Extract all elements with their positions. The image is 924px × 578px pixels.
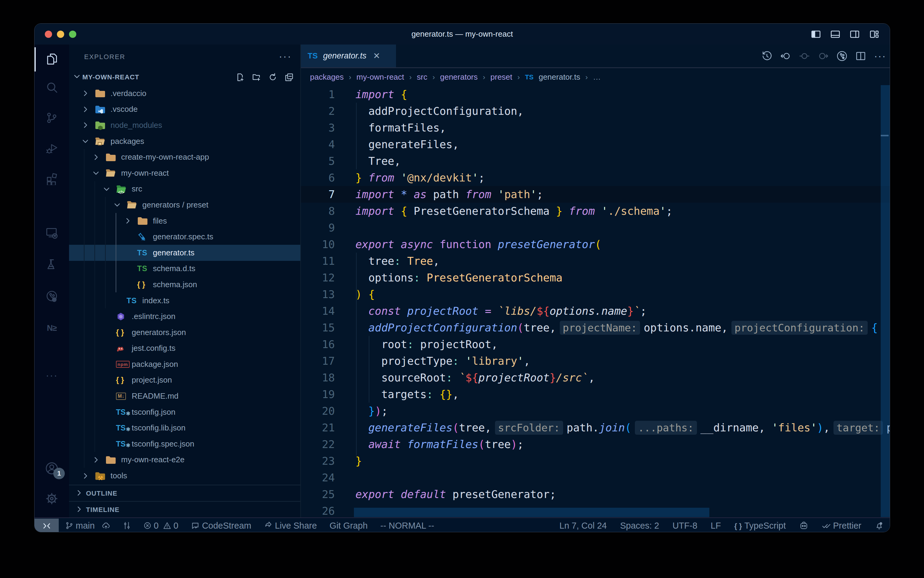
tree-item-readme-md[interactable]: M↓README.md [69,388,300,404]
tree-item-my-own-react-e2e[interactable]: my-own-react-e2e [69,452,300,468]
tree-item-generator-ts[interactable]: TSgenerator.ts [69,245,300,261]
tree-item--eslintrc-json[interactable]: .eslintrc.json [69,308,300,325]
code-line-content[interactable]: sourceRoot: `${projectRoot}/src`, [335,369,595,386]
status-item[interactable]: main [65,521,95,531]
breadcrumb-generators[interactable]: generators [440,72,477,82]
source-control-icon[interactable] [34,103,69,132]
tree-item-generator-spec-ts[interactable]: TSgenerator.spec.ts [69,229,300,245]
layout-panel-icon[interactable] [830,29,841,40]
code-line-content[interactable]: import { [335,86,407,103]
tree-item-index-ts[interactable]: TSindex.ts [69,293,300,309]
history-icon[interactable] [761,50,772,62]
code-line-content[interactable]: export async function presetGenerator( [335,236,601,253]
run-debug-icon[interactable] [34,134,69,163]
close-tab-icon[interactable]: ✕ [373,51,380,61]
extensions-icon[interactable] [34,164,69,193]
testing-icon[interactable] [34,250,69,279]
account-icon[interactable]: 1 [34,454,69,483]
status-item[interactable]: Git Graph [330,521,368,531]
settings-gear-icon[interactable] [34,484,69,513]
nx-console-icon[interactable]: N≥ [34,313,69,343]
tree-item--verdaccio[interactable]: .verdaccio [69,85,300,101]
vertical-scrollbar[interactable] [881,85,890,517]
tree-item-project-json[interactable]: { }project.json [69,372,300,388]
code-line-content[interactable]: tree: Tree, [335,253,440,269]
tree-item-tools[interactable]: ⚒tools [69,468,300,484]
gitlens-icon[interactable] [34,282,69,311]
explorer-more-actions-icon[interactable]: ··· [279,44,292,69]
code-line-content[interactable]: const projectRoot = `libs/${options.name… [335,303,647,319]
code-line-content[interactable]: root: projectRoot, [335,336,498,352]
explorer-icon[interactable] [34,44,69,73]
refresh-icon[interactable] [268,73,277,82]
new-folder-icon[interactable] [252,73,261,82]
layout-sidebar-icon[interactable] [811,29,821,40]
code-line-content[interactable]: generateFiles(tree,srcFolder:path.join(.… [335,419,890,436]
code-line-content[interactable]: addProjectConfiguration, [335,103,524,119]
code-line-content[interactable]: Tree, [335,153,401,169]
status-item[interactable]: Spaces: 2 [620,521,659,531]
breadcrumb-file[interactable]: generator.ts [539,72,580,82]
tree-item-node-modules[interactable]: node_modules [69,117,300,133]
code-line-content[interactable]: targets: {}, [335,386,459,403]
split-icon[interactable] [855,50,866,62]
code-line-content[interactable] [335,219,356,236]
tree-item-generators-preset[interactable]: generators / preset [69,197,300,213]
code-line-content[interactable]: addProjectConfiguration(tree,projectName… [335,319,878,336]
breadcrumb-symbol[interactable]: … [593,72,601,82]
code-line-content[interactable]: import * as path from 'path'; [335,186,543,203]
breadcrumb-src[interactable]: src [417,72,427,82]
status-item[interactable]: UTF-8 [672,521,697,531]
tree-item--vscode[interactable]: .vscode [69,101,300,117]
layout-grid-icon[interactable] [869,29,879,40]
status-item[interactable] [102,521,110,530]
status-item[interactable]: Live Share [264,521,317,531]
remote-indicator[interactable] [34,519,59,532]
status-item[interactable] [799,521,808,530]
code-line-content[interactable]: projectType: 'library', [335,352,530,369]
code-line-content[interactable]: await formatFiles(tree); [335,436,524,453]
tree-item-schema-json[interactable]: { }schema.json [69,277,300,293]
tree-item-schema-d-ts[interactable]: TSschema.d.ts [69,261,300,277]
collapse-icon[interactable] [285,73,294,82]
status-item[interactable] [123,522,131,529]
ellipsis-icon[interactable]: ··· [874,50,886,62]
tree-item-jest-config-ts[interactable]: jest.config.ts [69,341,300,357]
tree-item-tsconfig-lib-json[interactable]: TS✱tsconfig.lib.json [69,420,300,436]
status-item[interactable]: Prettier [822,521,861,531]
code-line-content[interactable]: options: PresetGeneratorSchema [335,269,563,286]
tree-item-package-json[interactable]: npmpackage.json [69,356,300,372]
status-item[interactable]: 0 [163,521,178,531]
code-line-content[interactable] [335,469,356,486]
breadcrumb-preset[interactable]: preset [490,72,512,82]
project-section-header[interactable]: MY-OWN-REACT [69,69,300,85]
code-line-content[interactable]: export default presetGenerator; [335,486,556,503]
outline-section[interactable]: OUTLINE [69,485,300,501]
tree-item-create-my-own-react-app[interactable]: create-my-own-react-app [69,149,300,165]
code-line-content[interactable]: import { PresetGeneratorSchema } from '.… [335,203,672,219]
horizontal-scrollbar[interactable] [354,508,709,517]
layout-sidebar-right-icon[interactable] [849,29,860,40]
status-item[interactable]: LF [710,521,721,531]
status-item[interactable]: 0 [144,521,159,531]
code-line-content[interactable]: } [335,453,362,469]
tree-item-tsconfig-spec-json[interactable]: TS✱tsconfig.spec.json [69,436,300,452]
tab-generator-ts[interactable]: TS generator.ts ✕ [301,44,396,67]
tree-item-my-own-react[interactable]: my-own-react [69,165,300,181]
tree-item-src[interactable]: </>src [69,181,300,197]
nav-fwd-icon[interactable] [818,50,829,62]
code-area[interactable]: 1import {2 addProjectConfiguration,3 for… [301,86,890,518]
tree-item-generators-json[interactable]: { }generators.json [69,325,300,341]
remote-explorer-icon[interactable] [34,218,69,247]
code-line-content[interactable]: generateFiles, [335,136,459,153]
status-item[interactable]: Ln 7, Col 24 [560,521,607,531]
status-item[interactable]: CodeStream [191,521,251,531]
code-line-content[interactable]: ) { [335,286,375,303]
tree-item-files[interactable]: files [69,213,300,229]
search-icon[interactable] [34,73,69,102]
status-item[interactable] [875,521,884,530]
breadcrumb-packages[interactable]: packages [310,72,344,82]
status-item[interactable]: -- NORMAL -- [380,521,434,531]
code-line-content[interactable] [335,503,356,518]
more-icon[interactable]: ··· [34,360,69,390]
